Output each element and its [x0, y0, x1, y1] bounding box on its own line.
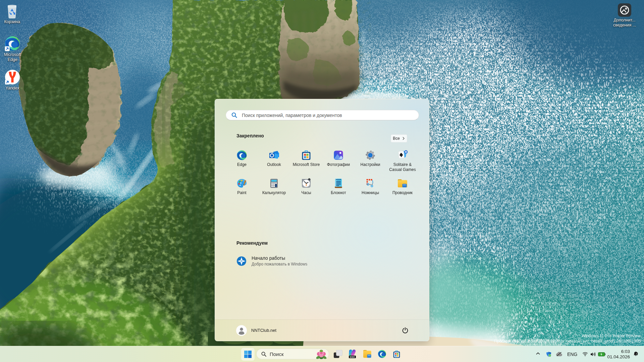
svg-text:z: z — [636, 353, 637, 355]
svg-text:M365: M365 — [350, 356, 355, 358]
